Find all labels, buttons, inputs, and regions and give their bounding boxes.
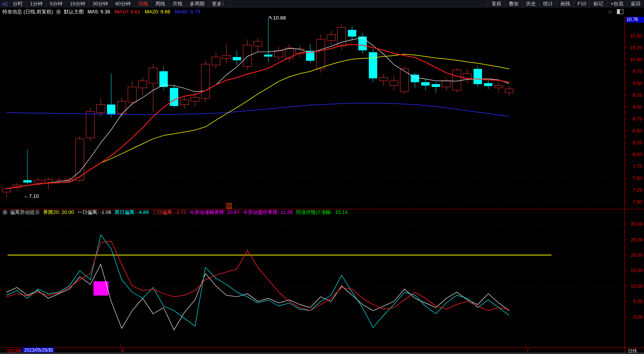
candle-down xyxy=(170,88,178,106)
menu-item-period[interactable]: 更多〉 xyxy=(208,0,230,8)
candle-up xyxy=(327,35,335,41)
ma-label: MA5: 9.38 xyxy=(88,9,110,15)
toolbar-button[interactable]: F10 xyxy=(574,0,589,8)
ma-label: MA10: 9.61 xyxy=(115,9,140,15)
ma5-line xyxy=(6,38,509,189)
candle-up xyxy=(379,77,388,81)
candle-up xyxy=(222,55,230,58)
candle-up xyxy=(44,179,53,182)
menu-item-period[interactable]: 15分钟 xyxy=(67,0,89,8)
candle-up xyxy=(201,64,210,98)
indicator-stat: 明涨停预计涨幅: -15.14 xyxy=(296,209,347,216)
ma10-line xyxy=(6,44,509,189)
chevron-down-icon[interactable]: ∨ xyxy=(56,9,61,15)
candle-down xyxy=(264,55,273,57)
price-axis-label: 10.50 xyxy=(629,33,642,39)
menu-item-period[interactable]: 月线 xyxy=(169,0,186,8)
candle-up xyxy=(243,45,251,67)
menu-item-period[interactable]: 分时 xyxy=(9,0,26,8)
chart-title-bar: 特发信息 (日线,前复权) ∨ 默认主图 MA5: 9.38MA10: 9.61… xyxy=(0,8,644,15)
candle-up xyxy=(274,51,283,57)
candle-down xyxy=(431,84,440,87)
indicator-stats: 界限20: 20.00一日偏离: -1.06两日偏离: -4.89三日偏离: -… xyxy=(43,209,351,216)
price-axis-label: 9.75 xyxy=(633,69,642,74)
price-axis-label: 9.25 xyxy=(633,92,642,98)
price-axis-label: 7.50 xyxy=(633,175,642,181)
ma-value-labels: MA5: 9.38MA10: 9.61MA20: 9.66MA60: 8.79 xyxy=(88,9,205,15)
candle-up xyxy=(254,41,262,46)
candle-up xyxy=(453,70,461,90)
indicator-line-0 xyxy=(6,264,509,330)
candle-down xyxy=(484,83,492,86)
candle-up xyxy=(34,180,42,183)
indicator-stat: 界限20: 20.00 xyxy=(43,209,74,216)
price-axis-label: 9.00 xyxy=(633,104,642,110)
menu-item-period[interactable]: 周线 xyxy=(152,0,169,8)
menu-item-period[interactable]: 1分钟 xyxy=(26,0,46,8)
diamond-icon[interactable]: ◇ xyxy=(608,9,612,15)
indicator-axis-label: 30.00 xyxy=(630,221,643,227)
candle-up xyxy=(117,101,126,114)
toolbar-button[interactable]: 复权 xyxy=(488,0,505,8)
indicator-axis-label: 5.00 xyxy=(633,299,643,304)
axis-max-price-box: 10.76 xyxy=(626,17,644,23)
rank-badge[interactable]: 榜 xyxy=(226,203,232,209)
candle-down xyxy=(358,36,367,50)
toolbar-button[interactable]: 叠加 xyxy=(505,0,522,8)
candle-up xyxy=(149,68,157,83)
price-axis-label: 7.25 xyxy=(633,187,642,193)
price-axis-label: 9.50 xyxy=(633,80,642,86)
price-axis-label: 8.75 xyxy=(633,116,642,122)
indicator-stat: 一日偏离: -1.06 xyxy=(77,209,111,216)
candle-up xyxy=(2,189,11,192)
menu-item-period[interactable]: 60分钟 xyxy=(112,0,135,8)
indicator-axis-label: 0.00 xyxy=(633,314,643,320)
price-axis-label: 8.50 xyxy=(633,128,642,134)
candle-up xyxy=(86,112,94,138)
candle-down xyxy=(474,69,482,84)
price-axis-label: 7.75 xyxy=(633,163,642,169)
ma-label: MA60: 8.79 xyxy=(175,9,200,15)
candle-up xyxy=(285,48,294,58)
bottom-strip xyxy=(0,352,644,354)
chevron-down-icon[interactable]: ∨ xyxy=(2,210,8,215)
menu-item-period[interactable]: 5分钟 xyxy=(47,0,67,8)
price-axis-label: 8.00 xyxy=(633,152,642,157)
candle-up xyxy=(400,69,409,92)
candle-down xyxy=(233,57,241,60)
candle-down xyxy=(421,82,430,86)
candle-up xyxy=(212,57,220,65)
period-menu: 分时1分钟5分钟15分钟30分钟60分钟日线周线月线多周期更多〉 xyxy=(9,0,230,8)
menu-item-period[interactable]: 30分钟 xyxy=(89,0,112,8)
toolbar-button[interactable]: 统计 xyxy=(539,0,556,8)
price-axis-label: 8.25 xyxy=(633,140,642,145)
toolbar-button[interactable]: +自选 xyxy=(607,0,627,8)
candle-up xyxy=(191,98,199,101)
price-axis-label: 7.00 xyxy=(633,199,642,205)
indicator-stat: 两日偏离: -4.89 xyxy=(115,209,149,216)
indicator-header: ∨ 偏离异动提示 界限20: 20.00一日偏离: -1.06两日偏离: -4.… xyxy=(2,209,351,215)
stock-chart-canvas[interactable]: 10.5010.2510.009.759.509.259.008.758.508… xyxy=(0,0,644,354)
candle-down xyxy=(107,104,115,114)
menu-item-period[interactable]: 多周期 xyxy=(186,0,208,8)
top-menu-bar: »▯ 分时1分钟5分钟15分钟30分钟60分钟日线周线月线多周期更多〉 复权叠加… xyxy=(0,0,644,8)
indicator-stat: 三日偏离: -1.72 xyxy=(152,209,186,216)
candle-down xyxy=(23,180,32,183)
main-chart-label[interactable]: 默认主图 xyxy=(64,8,84,15)
toolbar-button[interactable]: 画线 xyxy=(556,0,574,8)
ma-label: MA20: 9.66 xyxy=(145,9,170,15)
toolbar-button[interactable]: 返回 xyxy=(627,0,644,8)
price-annotation: ←7.10 xyxy=(24,193,39,199)
indicator-name[interactable]: 偏离异动提示 xyxy=(10,209,40,216)
ma60-line xyxy=(6,103,509,117)
split-window-icon[interactable] xyxy=(617,9,623,14)
indicator-stat: 今异动涨幅界限: 20.87 xyxy=(190,209,240,216)
panel-toggle-icon[interactable]: »▯ xyxy=(0,0,9,8)
candle-down xyxy=(348,30,356,36)
toolbar-button[interactable]: 标记 xyxy=(589,0,607,8)
toolbar-button[interactable]: 历史 xyxy=(522,0,539,8)
candle-up xyxy=(97,104,105,113)
menu-item-period[interactable]: 日线 xyxy=(135,0,152,8)
candle-up xyxy=(138,81,147,88)
indicator-axis-label: 10.00 xyxy=(630,283,643,289)
